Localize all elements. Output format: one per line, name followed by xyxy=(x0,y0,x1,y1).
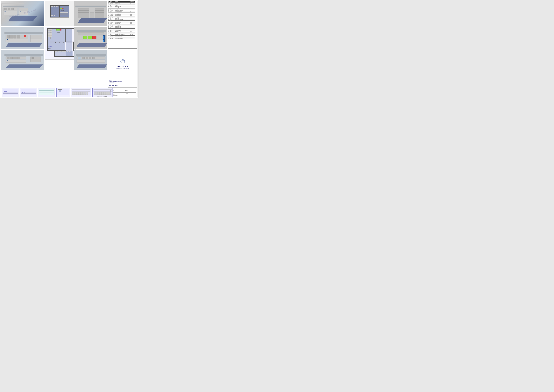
table-cell: C8 xyxy=(108,19,110,20)
table-row: A4TBCMonoblock Arm xyxy=(108,5,137,6)
table-row: F44904 x 275Stainless Steel Service Void… xyxy=(108,38,137,39)
svg-rect-191 xyxy=(106,92,108,95)
table-cell: Undercounter Refrigerator xyxy=(115,14,130,15)
svg-rect-151 xyxy=(21,91,36,91)
table-row: A5ExistingDishwash Hot Water Table xyxy=(108,6,137,7)
svg-rect-66 xyxy=(73,42,74,51)
company-subtitle-text: CATERING EQUIPMENT LTD. xyxy=(116,68,129,69)
col-description: Description xyxy=(115,1,130,2)
svg-rect-175 xyxy=(78,92,80,95)
table-cell: Stainless Steel Service Void Shelf xyxy=(115,37,130,38)
table-row: E7900 x 610Blue Seal Profile With Bench xyxy=(108,33,137,34)
table-cell: Gas Salamander Grill with Stand Uh xyxy=(115,32,130,33)
svg-rect-173 xyxy=(74,92,76,95)
table-cell: Existing xyxy=(110,11,115,12)
table-row: C51200 x 700Stainless Steel Wall Bench xyxy=(108,17,137,17)
svg-rect-180 xyxy=(72,91,90,91)
table-cell: Undercounter Refrigerator xyxy=(115,21,130,22)
svg-rect-81 xyxy=(58,29,60,30)
table-cell: C6 xyxy=(108,17,110,18)
svg-rect-53 xyxy=(14,35,16,38)
svg-rect-147 xyxy=(3,95,18,95)
table-cell: TBC xyxy=(110,18,115,19)
table-cell: B2 xyxy=(108,9,110,10)
svg-rect-134 xyxy=(89,57,91,59)
table-row: B31200 x 700Stainless Steel Prep Cupboar… xyxy=(108,10,137,11)
svg-rect-112 xyxy=(103,40,104,41)
svg-rect-189 xyxy=(102,92,104,95)
svg-rect-119 xyxy=(10,57,12,59)
svg-rect-153 xyxy=(21,93,36,94)
table-cell: Fire and Fan Shelf xyxy=(115,37,130,37)
svg-rect-76 xyxy=(48,31,52,32)
logo-area: PRESTIGE CATERING EQUIPMENT LTD. xyxy=(108,49,137,79)
floorplan-svg: Dishwash Hot Pass xyxy=(45,1,76,26)
col-power: Power Rating xyxy=(130,1,135,2)
table-cell: Existing xyxy=(110,4,115,5)
table-cell: Stainless Steel Wall Shelf xyxy=(115,27,130,28)
table-cell xyxy=(130,24,135,25)
svg-rect-106 xyxy=(92,36,96,39)
table-cell: 1200 x 700 xyxy=(110,17,115,17)
table-cell: E4 xyxy=(108,31,110,32)
mid-right-3d-view xyxy=(74,27,107,49)
table-cell: A2 xyxy=(108,4,110,5)
table-cell: Dishwash Hot Water Table xyxy=(115,6,130,7)
lower-left-3d-view xyxy=(1,50,44,70)
table-row: E61000 x 60Gas Burner Oven Range with Ga… xyxy=(108,33,137,33)
svg-rect-135 xyxy=(92,57,95,59)
svg-rect-182 xyxy=(72,95,91,95)
svg-rect-161 xyxy=(39,94,54,94)
svg-text:Elevation C: Elevation C xyxy=(67,38,71,38)
svg-marker-48 xyxy=(6,43,43,47)
table-row: C2Compact 1.2DUndercounter Refrigerator0… xyxy=(108,14,137,15)
table-cell: 900 x 600 xyxy=(110,19,115,20)
svg-rect-139 xyxy=(3,89,18,95)
table-cell: Stainless Steel Prep Bench with Set of D… xyxy=(115,21,130,21)
svg-rect-117 xyxy=(6,60,26,63)
table-row: E3900 x 610Blue Seal Profile With Bench xyxy=(108,30,137,31)
table-cell: 900 x 610 xyxy=(110,29,115,29)
table-cell: 6x4 shelf Lincat National Convection Ove… xyxy=(115,34,130,35)
svg-rect-149 xyxy=(21,89,36,95)
table-row: E2900 x 610Blue Seal Profile With Bench xyxy=(108,29,137,30)
table-row: B2ExistingUpright Refrigerator xyxy=(108,9,137,10)
table-cell: F3 xyxy=(108,37,110,38)
svg-rect-105 xyxy=(88,36,92,39)
table-cell: 2004 x 300 xyxy=(110,37,115,37)
svg-rect-11 xyxy=(3,6,24,7)
table-cell xyxy=(130,21,135,21)
table-cell: TBC xyxy=(110,9,115,9)
svg-rect-186 xyxy=(96,92,97,95)
svg-rect-75 xyxy=(48,29,52,30)
elevation-a-svg xyxy=(2,88,19,97)
svg-rect-27 xyxy=(54,15,55,16)
table-cell: E6 xyxy=(108,33,110,33)
table-cell: C4 xyxy=(108,16,110,17)
table-cell: D8 xyxy=(108,26,110,27)
table-cell: Lincat 4 GI xyxy=(110,21,115,22)
table-cell: Monoblock Arm xyxy=(115,5,130,6)
table-cell xyxy=(130,25,135,26)
company-logo xyxy=(119,58,126,65)
table-cell: TBC xyxy=(110,24,115,25)
elevation-f-svg xyxy=(93,88,113,97)
svg-rect-181 xyxy=(72,90,90,90)
svg-rect-107 xyxy=(77,30,106,32)
equipment-table-content: Item Maker Description Power Rating Dish… xyxy=(108,1,137,39)
table-cell xyxy=(130,17,135,17)
elevation-b-svg xyxy=(20,88,37,97)
table-cell: B5 xyxy=(108,12,110,13)
table-row: A3TBCMixer Tap xyxy=(108,5,137,5)
table-cell: C3 xyxy=(108,15,110,16)
svg-point-137 xyxy=(121,59,125,63)
svg-rect-172 xyxy=(72,92,74,95)
table-cell xyxy=(130,14,135,14)
table-cell: E5 xyxy=(108,32,110,33)
svg-rect-64 xyxy=(65,28,66,42)
table-row: D61200 x 600Stainless Steel Prep Bench w… xyxy=(108,25,137,25)
svg-point-83 xyxy=(55,42,56,43)
table-cell: Mixer Tap xyxy=(115,5,130,5)
scale-value: 1:50 @ A1 OR 1:100 @ A3 xyxy=(109,95,136,96)
svg-rect-118 xyxy=(7,57,9,59)
